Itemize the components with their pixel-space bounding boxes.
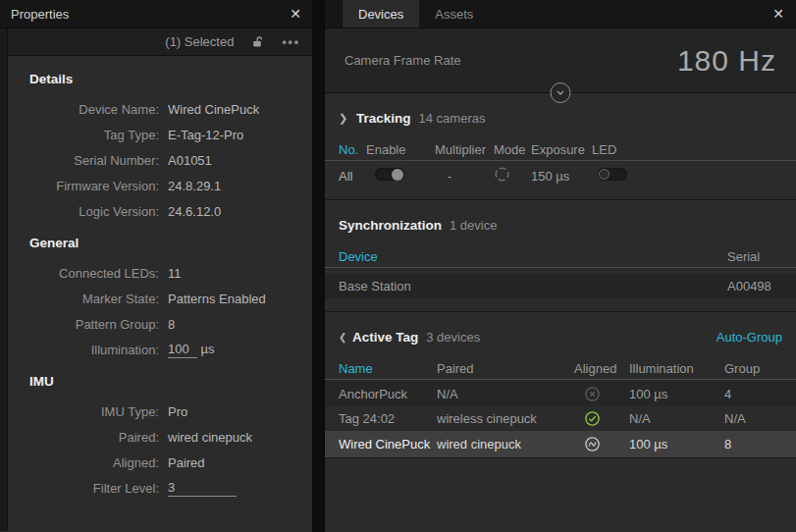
property-value: Wired CinePuck <box>159 102 259 117</box>
tag-illumination: 100 µs <box>629 437 724 452</box>
active-tag-section: ❮ Active Tag 3 devices Auto-Group Name P… <box>325 312 796 458</box>
property-value: Paired <box>159 455 205 470</box>
frame-rate-value: 180 Hz <box>677 44 776 78</box>
property-value: wired cinepuck <box>159 430 252 445</box>
camera-frame-rate-block: Camera Frame Rate 180 Hz <box>325 28 796 93</box>
more-options-icon[interactable]: ••• <box>282 35 300 49</box>
filter-level-field[interactable]: 3 <box>159 480 237 497</box>
property-row: Firmware Version: 24.8.29.1 <box>20 173 308 198</box>
property-label: Filter Level: <box>20 481 159 496</box>
tracking-table-header: No. Enable Multiplier Mode Exposure LED <box>325 139 796 161</box>
tag-illumination: N/A <box>629 411 724 426</box>
active-tag-row[interactable]: Tag 24:02 wireless cinepuck N/A N/A <box>325 406 796 431</box>
row-no: All <box>325 169 366 184</box>
close-icon[interactable]: ✕ <box>772 7 784 21</box>
mode-cell <box>494 166 531 186</box>
property-row: Filter Level: 3 <box>20 475 308 501</box>
led-toggle[interactable] <box>598 168 627 181</box>
property-row: Marker State: Patterns Enabled <box>20 286 308 311</box>
chevron-down-icon <box>556 87 566 98</box>
tag-name: Tag 24:02 <box>325 411 437 426</box>
led-cell <box>592 168 796 184</box>
col-name[interactable]: Name <box>325 361 437 376</box>
property-label: Firmware Version: <box>20 179 159 193</box>
sync-table-header: Device Serial <box>325 246 796 268</box>
selected-count-label: (1) Selected <box>165 34 234 49</box>
property-label: Device Name: <box>20 102 159 117</box>
active-tag-row-selected[interactable]: Wired CinePuck wired cinepuck 100 µs 8 <box>325 431 796 457</box>
device-serial: A00498 <box>727 279 796 293</box>
col-multiplier[interactable]: Multiplier <box>427 142 494 157</box>
auto-group-button[interactable]: Auto-Group <box>716 330 782 345</box>
aligned-check-icon <box>574 410 629 427</box>
chevron-down-icon: ❮ <box>339 332 348 343</box>
property-label: Tag Type: <box>20 128 159 142</box>
exposure-value[interactable]: 150 µs <box>531 169 592 184</box>
col-exposure[interactable]: Exposure <box>531 142 592 157</box>
illumination-field[interactable]: 100 µs <box>159 342 215 358</box>
devices-tabbar: Devices Assets ✕ <box>325 0 796 28</box>
sync-device-row[interactable]: Base Station A00498 <box>325 274 796 298</box>
col-serial[interactable]: Serial <box>727 249 796 264</box>
property-row: Aligned: Paired <box>20 450 308 475</box>
unlock-icon[interactable] <box>251 35 264 48</box>
active-tag-section-header[interactable]: ❮ Active Tag 3 devices Auto-Group <box>325 326 796 347</box>
col-mode[interactable]: Mode <box>494 142 531 157</box>
property-row: Illumination: 100 µs <box>20 337 308 362</box>
property-label: Serial Number: <box>20 153 159 168</box>
property-row: Serial Number: A01051 <box>20 147 308 173</box>
expand-frame-rate-button[interactable] <box>551 82 571 103</box>
tag-name: AnchorPuck <box>325 387 437 401</box>
col-no[interactable]: No. <box>325 142 366 157</box>
col-group[interactable]: Group <box>724 361 796 376</box>
tag-group: N/A <box>724 411 796 426</box>
property-value: A01051 <box>159 153 212 168</box>
synchronization-section: Synchronization 1 device Device Serial B… <box>325 200 796 312</box>
col-paired[interactable]: Paired <box>437 361 574 376</box>
scrollbar-gutter[interactable] <box>0 28 8 531</box>
tag-name: Wired CinePuck <box>325 437 437 452</box>
selection-bar: (1) Selected ••• <box>8 28 312 56</box>
property-row: Tag Type: E-Tag-12-Pro <box>20 122 308 147</box>
tracking-all-row[interactable]: All - 150 µs <box>325 161 796 190</box>
property-label: Logic Version: <box>20 204 159 219</box>
col-aligned[interactable]: Aligned <box>574 361 629 376</box>
tracking-mode-icon[interactable] <box>494 166 510 183</box>
active-tag-count: 3 devices <box>426 330 480 345</box>
property-label: Paired: <box>20 430 159 445</box>
col-illumination[interactable]: Illumination <box>629 361 724 376</box>
enable-toggle[interactable] <box>375 168 404 181</box>
tracking-title: Tracking <box>356 111 411 126</box>
active-tag-table-header: Name Paired Aligned Illumination Group <box>325 358 796 380</box>
tag-paired: wired cinepuck <box>437 437 574 452</box>
frame-rate-label: Camera Frame Rate <box>345 53 460 68</box>
property-label: Marker State: <box>20 292 159 306</box>
property-label: Illumination: <box>20 343 159 357</box>
property-value: 24.8.29.1 <box>159 179 221 193</box>
property-value: Pro <box>159 404 187 419</box>
synchronization-title: Synchronization <box>339 218 442 233</box>
col-device[interactable]: Device <box>325 249 727 264</box>
property-row: IMU Type: Pro <box>20 399 308 424</box>
property-row: Logic Version: 24.6.12.0 <box>20 198 308 224</box>
properties-titlebar: Properties ✕ <box>0 0 312 28</box>
section-heading-general: General <box>29 236 308 250</box>
synchronization-count: 1 device <box>450 218 497 233</box>
tag-group: 8 <box>724 437 796 452</box>
close-icon[interactable]: ✕ <box>290 7 301 21</box>
col-enable[interactable]: Enable <box>366 142 427 157</box>
unaligned-icon <box>574 386 629 402</box>
col-led[interactable]: LED <box>592 142 796 157</box>
tab-devices[interactable]: Devices <box>343 0 419 27</box>
section-heading-imu: IMU <box>29 374 308 389</box>
property-value: E-Tag-12-Pro <box>159 128 243 142</box>
property-label: IMU Type: <box>20 404 159 419</box>
properties-content: Details Device Name: Wired CinePuck Tag … <box>8 56 312 501</box>
active-tag-row[interactable]: AnchorPuck N/A 100 µs 4 <box>325 382 796 406</box>
property-value: 11 <box>159 266 182 281</box>
tab-assets[interactable]: Assets <box>419 0 489 27</box>
tag-paired: wireless cinepuck <box>437 411 574 426</box>
tag-group: 4 <box>724 387 796 401</box>
synchronization-section-header[interactable]: Synchronization 1 device <box>325 214 796 236</box>
tracking-section-header[interactable]: ❯ Tracking 14 cameras <box>325 107 796 129</box>
